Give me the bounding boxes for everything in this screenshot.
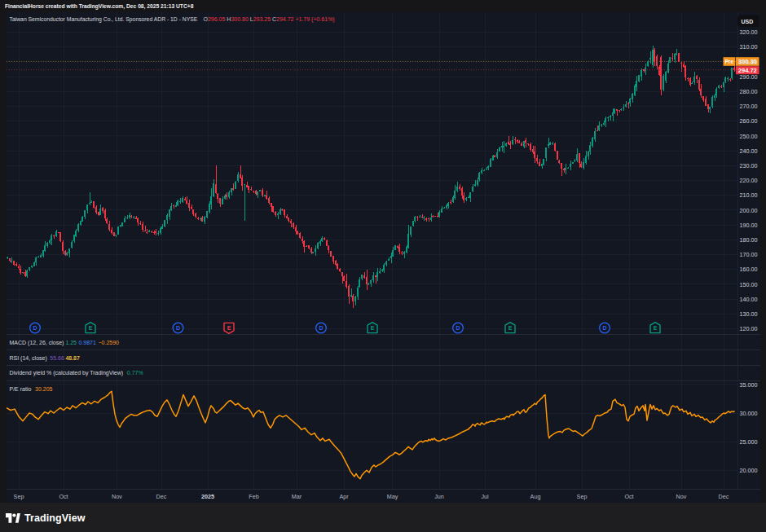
svg-text:240.00: 240.00 xyxy=(740,147,758,155)
svg-text:Sep: Sep xyxy=(577,493,588,500)
svg-text:20.000: 20.000 xyxy=(740,467,758,474)
svg-text:55.66: 55.66 xyxy=(50,355,64,361)
svg-text:300.00: 300.00 xyxy=(740,59,758,66)
svg-text:190.00: 190.00 xyxy=(740,222,758,229)
svg-text:Oct: Oct xyxy=(624,493,633,500)
svg-text:25.000: 25.000 xyxy=(740,438,758,446)
svg-text:E: E xyxy=(508,325,513,331)
svg-text:120.00: 120.00 xyxy=(740,325,758,332)
svg-text:USD: USD xyxy=(741,19,753,24)
svg-text:Oct: Oct xyxy=(59,493,68,500)
svg-text:140.00: 140.00 xyxy=(740,296,758,303)
svg-text:290.00: 290.00 xyxy=(740,73,758,81)
svg-text:Mar: Mar xyxy=(292,493,302,500)
svg-text:310.00: 310.00 xyxy=(740,43,758,51)
svg-text:E: E xyxy=(227,325,231,331)
svg-text:Dec: Dec xyxy=(156,493,167,500)
svg-text:1.25: 1.25 xyxy=(65,340,77,345)
svg-text:Feb: Feb xyxy=(249,493,258,500)
svg-text:D: D xyxy=(456,325,460,331)
svg-text:MACD (12, 26, close): MACD (12, 26, close) xyxy=(10,340,64,346)
svg-text:250.00: 250.00 xyxy=(740,133,758,140)
svg-text:320.00: 320.00 xyxy=(740,29,758,36)
svg-text:E: E xyxy=(89,325,93,331)
svg-text:Nov: Nov xyxy=(112,493,122,500)
svg-text:230.00: 230.00 xyxy=(740,162,758,169)
svg-text:D: D xyxy=(176,325,180,331)
svg-text:E: E xyxy=(654,325,658,331)
svg-text:E: E xyxy=(371,325,375,331)
svg-text:170.00: 170.00 xyxy=(740,251,758,258)
svg-text:D: D xyxy=(33,325,37,331)
svg-text:Apr: Apr xyxy=(339,493,349,500)
svg-text:Dividend yield % (calculated b: Dividend yield % (calculated by TradingV… xyxy=(10,370,124,376)
svg-text:2025: 2025 xyxy=(201,493,214,500)
svg-text:D: D xyxy=(602,325,606,331)
svg-text:210.00: 210.00 xyxy=(740,191,758,199)
svg-text:260.00: 260.00 xyxy=(740,117,758,125)
svg-text:180.00: 180.00 xyxy=(740,236,758,244)
svg-text:30.000: 30.000 xyxy=(740,410,758,417)
svg-text:220.00: 220.00 xyxy=(740,177,758,184)
svg-text:0.9871: 0.9871 xyxy=(79,340,97,345)
svg-text:160.00: 160.00 xyxy=(740,266,758,273)
svg-text:Dec: Dec xyxy=(719,493,729,500)
svg-text:35.000: 35.000 xyxy=(740,381,758,389)
svg-text:May: May xyxy=(387,493,398,500)
svg-text:O296.05 H300.80 L293.25 C294.7: O296.05 H300.80 L293.25 C294.72 +1.79 (+… xyxy=(204,16,335,23)
svg-text:Pre: Pre xyxy=(724,59,733,64)
svg-text:D: D xyxy=(319,325,323,331)
svg-text:0.77%: 0.77% xyxy=(127,370,143,376)
svg-text:−0.2590: −0.2590 xyxy=(99,340,120,345)
svg-text:RSI (14, close): RSI (14, close) xyxy=(10,355,47,362)
svg-text:Aug: Aug xyxy=(530,493,541,500)
svg-text:Nov: Nov xyxy=(676,493,687,500)
svg-text:150.00: 150.00 xyxy=(740,281,758,288)
svg-text:280.00: 280.00 xyxy=(740,88,758,95)
svg-text:Jun: Jun xyxy=(434,493,444,500)
svg-text:Taiwan Semiconductor Manufactu: Taiwan Semiconductor Manufacturing Co., … xyxy=(10,16,198,23)
svg-text:200.00: 200.00 xyxy=(740,207,758,214)
svg-text:Jul: Jul xyxy=(481,493,489,500)
svg-text:48.87: 48.87 xyxy=(65,355,80,361)
svg-text:30.205: 30.205 xyxy=(35,386,53,392)
svg-text:270.00: 270.00 xyxy=(740,103,758,110)
svg-text:Sep: Sep xyxy=(14,493,24,500)
svg-text:P/E ratio: P/E ratio xyxy=(10,386,32,392)
svg-text:130.00: 130.00 xyxy=(740,310,758,318)
